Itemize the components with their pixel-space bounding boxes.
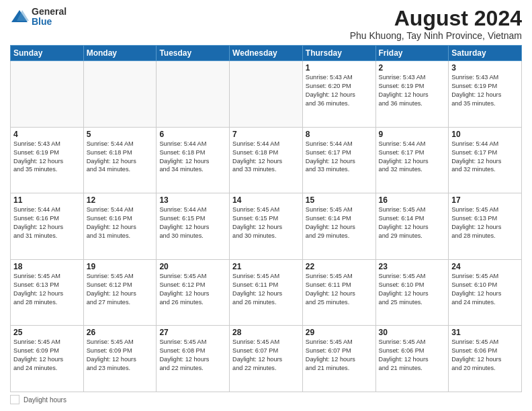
calendar-cell bbox=[83, 61, 157, 128]
day-info: Sunrise: 5:45 AM Sunset: 6:10 PM Dayligh… bbox=[451, 272, 519, 307]
calendar-cell: 29Sunrise: 5:45 AM Sunset: 6:07 PM Dayli… bbox=[302, 326, 375, 392]
calendar-cell: 3Sunrise: 5:43 AM Sunset: 6:19 PM Daylig… bbox=[449, 61, 522, 128]
day-info: Sunrise: 5:44 AM Sunset: 6:15 PM Dayligh… bbox=[159, 205, 226, 240]
day-number: 14 bbox=[232, 195, 300, 205]
footer-box bbox=[10, 395, 19, 404]
footer-label: Daylight hours bbox=[24, 396, 66, 404]
calendar-week-5: 25Sunrise: 5:45 AM Sunset: 6:09 PM Dayli… bbox=[11, 326, 522, 392]
calendar-cell: 1Sunrise: 5:43 AM Sunset: 6:20 PM Daylig… bbox=[302, 61, 375, 128]
day-number: 19 bbox=[87, 262, 154, 271]
day-number: 28 bbox=[232, 328, 300, 337]
calendar-table: SundayMondayTuesdayWednesdayThursdayFrid… bbox=[10, 45, 522, 392]
calendar-cell: 21Sunrise: 5:45 AM Sunset: 6:11 PM Dayli… bbox=[230, 259, 303, 326]
calendar-week-4: 18Sunrise: 5:45 AM Sunset: 6:13 PM Dayli… bbox=[11, 259, 522, 326]
calendar-header-saturday: Saturday bbox=[449, 46, 522, 61]
calendar-cell: 2Sunrise: 5:43 AM Sunset: 6:19 PM Daylig… bbox=[375, 61, 449, 128]
day-info: Sunrise: 5:45 AM Sunset: 6:08 PM Dayligh… bbox=[159, 338, 226, 373]
calendar-cell: 22Sunrise: 5:45 AM Sunset: 6:11 PM Dayli… bbox=[302, 259, 375, 326]
calendar-cell: 15Sunrise: 5:45 AM Sunset: 6:14 PM Dayli… bbox=[302, 193, 375, 260]
calendar-cell: 26Sunrise: 5:45 AM Sunset: 6:09 PM Dayli… bbox=[83, 326, 157, 392]
day-info: Sunrise: 5:45 AM Sunset: 6:06 PM Dayligh… bbox=[451, 338, 519, 373]
day-info: Sunrise: 5:44 AM Sunset: 6:18 PM Dayligh… bbox=[159, 140, 226, 175]
footer: Daylight hours bbox=[10, 395, 522, 404]
day-number: 26 bbox=[87, 328, 154, 337]
logo-icon bbox=[10, 7, 29, 26]
day-info: Sunrise: 5:45 AM Sunset: 6:11 PM Dayligh… bbox=[306, 272, 373, 307]
calendar-header-thursday: Thursday bbox=[302, 46, 375, 61]
day-number: 20 bbox=[159, 262, 226, 271]
calendar-cell: 7Sunrise: 5:44 AM Sunset: 6:18 PM Daylig… bbox=[230, 127, 303, 193]
day-info: Sunrise: 5:45 AM Sunset: 6:12 PM Dayligh… bbox=[87, 272, 154, 307]
day-info: Sunrise: 5:43 AM Sunset: 6:19 PM Dayligh… bbox=[379, 73, 446, 108]
day-info: Sunrise: 5:44 AM Sunset: 6:17 PM Dayligh… bbox=[379, 140, 446, 175]
calendar-cell: 16Sunrise: 5:45 AM Sunset: 6:14 PM Dayli… bbox=[375, 193, 449, 260]
logo-blue-text: Blue bbox=[32, 17, 66, 27]
calendar-cell bbox=[157, 61, 230, 128]
logo: General Blue bbox=[10, 7, 66, 28]
day-number: 18 bbox=[13, 262, 81, 271]
day-number: 6 bbox=[159, 130, 226, 139]
day-info: Sunrise: 5:43 AM Sunset: 6:19 PM Dayligh… bbox=[13, 140, 81, 175]
calendar-cell: 17Sunrise: 5:45 AM Sunset: 6:13 PM Dayli… bbox=[449, 193, 522, 260]
day-number: 7 bbox=[232, 130, 300, 139]
day-number: 3 bbox=[451, 63, 519, 73]
day-info: Sunrise: 5:45 AM Sunset: 6:07 PM Dayligh… bbox=[306, 338, 373, 373]
calendar-cell: 5Sunrise: 5:44 AM Sunset: 6:18 PM Daylig… bbox=[83, 127, 157, 193]
calendar-header-row: SundayMondayTuesdayWednesdayThursdayFrid… bbox=[11, 46, 522, 61]
calendar-cell bbox=[230, 61, 303, 128]
day-number: 29 bbox=[306, 328, 373, 337]
calendar-cell: 23Sunrise: 5:45 AM Sunset: 6:10 PM Dayli… bbox=[375, 259, 449, 326]
page: General Blue August 2024 Phu Khuong, Tay… bbox=[0, 0, 532, 411]
day-info: Sunrise: 5:45 AM Sunset: 6:14 PM Dayligh… bbox=[306, 205, 373, 240]
day-number: 23 bbox=[379, 262, 446, 271]
day-info: Sunrise: 5:45 AM Sunset: 6:06 PM Dayligh… bbox=[379, 338, 446, 373]
day-info: Sunrise: 5:45 AM Sunset: 6:13 PM Dayligh… bbox=[13, 272, 81, 307]
day-number: 2 bbox=[379, 63, 446, 73]
day-number: 8 bbox=[306, 130, 373, 139]
title-block: August 2024 Phu Khuong, Tay Ninh Provinc… bbox=[350, 7, 522, 41]
day-number: 1 bbox=[306, 63, 373, 73]
calendar-header-tuesday: Tuesday bbox=[157, 46, 230, 61]
day-number: 27 bbox=[159, 328, 226, 337]
day-info: Sunrise: 5:43 AM Sunset: 6:19 PM Dayligh… bbox=[451, 73, 519, 108]
day-info: Sunrise: 5:45 AM Sunset: 6:15 PM Dayligh… bbox=[232, 205, 300, 240]
day-number: 10 bbox=[451, 130, 519, 139]
calendar-cell: 14Sunrise: 5:45 AM Sunset: 6:15 PM Dayli… bbox=[230, 193, 303, 260]
day-info: Sunrise: 5:43 AM Sunset: 6:20 PM Dayligh… bbox=[306, 73, 373, 108]
calendar-cell bbox=[11, 61, 84, 128]
calendar-header-wednesday: Wednesday bbox=[230, 46, 303, 61]
day-info: Sunrise: 5:45 AM Sunset: 6:14 PM Dayligh… bbox=[379, 205, 446, 240]
calendar-cell: 20Sunrise: 5:45 AM Sunset: 6:12 PM Dayli… bbox=[157, 259, 230, 326]
day-number: 9 bbox=[379, 130, 446, 139]
calendar-week-3: 11Sunrise: 5:44 AM Sunset: 6:16 PM Dayli… bbox=[11, 193, 522, 260]
logo-general-text: General bbox=[32, 7, 66, 17]
day-info: Sunrise: 5:44 AM Sunset: 6:16 PM Dayligh… bbox=[87, 205, 154, 240]
day-number: 22 bbox=[306, 262, 373, 271]
day-info: Sunrise: 5:45 AM Sunset: 6:09 PM Dayligh… bbox=[87, 338, 154, 373]
day-info: Sunrise: 5:44 AM Sunset: 6:17 PM Dayligh… bbox=[451, 140, 519, 175]
calendar-cell: 31Sunrise: 5:45 AM Sunset: 6:06 PM Dayli… bbox=[449, 326, 522, 392]
day-number: 17 bbox=[451, 195, 519, 205]
day-number: 5 bbox=[87, 130, 154, 139]
day-info: Sunrise: 5:44 AM Sunset: 6:18 PM Dayligh… bbox=[87, 140, 154, 175]
day-number: 11 bbox=[13, 195, 81, 205]
day-info: Sunrise: 5:45 AM Sunset: 6:13 PM Dayligh… bbox=[451, 205, 519, 240]
calendar-cell: 25Sunrise: 5:45 AM Sunset: 6:09 PM Dayli… bbox=[11, 326, 84, 392]
main-title: August 2024 bbox=[350, 7, 522, 30]
day-info: Sunrise: 5:45 AM Sunset: 6:12 PM Dayligh… bbox=[159, 272, 226, 307]
day-info: Sunrise: 5:45 AM Sunset: 6:07 PM Dayligh… bbox=[232, 338, 300, 373]
day-info: Sunrise: 5:45 AM Sunset: 6:11 PM Dayligh… bbox=[232, 272, 300, 307]
day-number: 4 bbox=[13, 130, 81, 139]
calendar-cell: 13Sunrise: 5:44 AM Sunset: 6:15 PM Dayli… bbox=[157, 193, 230, 260]
day-info: Sunrise: 5:44 AM Sunset: 6:17 PM Dayligh… bbox=[306, 140, 373, 175]
calendar-cell: 30Sunrise: 5:45 AM Sunset: 6:06 PM Dayli… bbox=[375, 326, 449, 392]
day-number: 30 bbox=[379, 328, 446, 337]
calendar-cell: 19Sunrise: 5:45 AM Sunset: 6:12 PM Dayli… bbox=[83, 259, 157, 326]
calendar-week-1: 1Sunrise: 5:43 AM Sunset: 6:20 PM Daylig… bbox=[11, 61, 522, 128]
calendar-cell: 6Sunrise: 5:44 AM Sunset: 6:18 PM Daylig… bbox=[157, 127, 230, 193]
calendar-header-friday: Friday bbox=[375, 46, 449, 61]
calendar-cell: 27Sunrise: 5:45 AM Sunset: 6:08 PM Dayli… bbox=[157, 326, 230, 392]
calendar-header-monday: Monday bbox=[83, 46, 157, 61]
subtitle: Phu Khuong, Tay Ninh Province, Vietnam bbox=[350, 30, 522, 41]
calendar-cell: 11Sunrise: 5:44 AM Sunset: 6:16 PM Dayli… bbox=[11, 193, 84, 260]
